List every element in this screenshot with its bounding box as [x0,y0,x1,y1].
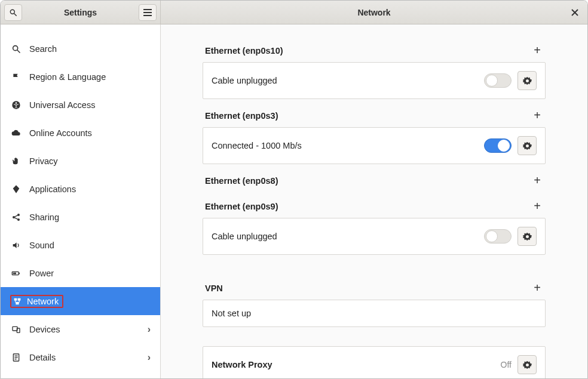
vpn-header: VPN + [203,274,546,300]
cloud-icon [10,128,22,138]
ethernet-enp0s10-header: Ethernet (enp0s10) + [203,36,546,62]
sidebar[interactable]: Notifications Search Region & Language U… [1,24,161,378]
svg-rect-4 [143,15,152,16]
sidebar-item-label: Devices [29,325,60,334]
svg-rect-18 [13,272,16,274]
sidebar-item-devices[interactable]: Devices › [1,315,160,343]
sidebar-item-label: Power [29,269,54,278]
settings-button[interactable] [517,136,537,155]
accessibility-icon [10,100,22,110]
search-icon [10,44,22,54]
connection-toggle[interactable] [484,229,512,244]
page-title: Network [161,8,587,17]
sidebar-item-label: Sound [29,241,54,250]
titlebar-left: Settings [1,1,161,24]
body: Notifications Search Region & Language U… [1,24,587,378]
sidebar-item-search[interactable]: Search [1,35,160,63]
chevron-right-icon: › [148,352,151,363]
sidebar-item-label: Network [27,297,59,306]
vpn-card: Not set up [203,300,546,327]
sidebar-item-label: Notifications [29,24,76,26]
speaker-icon [10,241,22,250]
sidebar-item-privacy[interactable]: Privacy [1,147,160,175]
settings-window: Settings Network Notifications Search [0,0,588,379]
svg-rect-21 [16,302,19,304]
add-connection-button[interactable]: + [531,174,543,187]
add-connection-button[interactable]: + [531,44,543,57]
sidebar-item-online-accounts[interactable]: Online Accounts [1,119,160,147]
add-connection-button[interactable]: + [531,109,543,122]
diamond-icon [10,184,22,194]
chevron-right-icon: › [148,324,151,335]
titlebar: Settings Network [1,1,587,24]
proxy-settings-button[interactable] [517,355,537,374]
flag-icon [10,72,22,82]
hamburger-icon [143,9,152,16]
sidebar-item-label: Details [29,353,56,362]
ethernet-enp0s9-header: Ethernet (enp0s9) + [203,192,546,218]
connection-status: Connected - 1000 Mb/s [212,141,484,150]
section-label: VPN [205,284,531,293]
section-label: Ethernet (enp0s10) [205,46,531,56]
add-vpn-button[interactable]: + [531,281,543,295]
sidebar-item-label: Universal Access [29,100,95,110]
connection-toggle[interactable] [484,138,512,153]
sidebar-item-notifications[interactable]: Notifications [1,24,160,35]
ethernet-enp0s9-card: Cable unplugged [203,218,546,255]
sidebar-item-universal-access[interactable]: Universal Access [1,91,160,119]
gear-icon [523,141,532,150]
proxy-label: Network Proxy [212,360,501,369]
sidebar-item-details[interactable]: Details › [1,343,160,371]
gear-icon [523,232,532,241]
svg-line-1 [14,13,17,16]
hand-icon [10,156,22,166]
proxy-state: Off [501,360,512,369]
sidebar-item-label: Sharing [29,212,59,222]
sidebar-item-applications[interactable]: Applications [1,175,160,203]
details-icon [10,353,22,362]
close-button[interactable] [568,6,581,19]
ethernet-enp0s8-header: Ethernet (enp0s8) + [203,167,546,192]
toggle-knob [498,140,510,152]
titlebar-right: Network [161,1,587,24]
svg-rect-19 [14,298,17,300]
add-connection-button[interactable]: + [531,199,543,213]
svg-rect-17 [19,272,20,274]
section-label: Ethernet (enp0s3) [205,111,531,121]
network-panel: Ethernet (enp0s10) + Cable unplugged Eth… [161,24,587,378]
sidebar-item-network[interactable]: Network [1,287,160,315]
sidebar-item-label: Region & Language [29,72,106,82]
search-button[interactable] [4,4,22,21]
search-icon [9,8,17,17]
settings-button[interactable] [517,227,537,246]
svg-rect-3 [143,12,152,13]
highlight-box: Network [10,295,63,308]
sidebar-item-label: Privacy [29,156,58,166]
sidebar-item-label: Online Accounts [29,128,92,138]
share-icon [10,212,22,222]
network-proxy-card[interactable]: Network Proxy Off [203,346,546,378]
sidebar-item-sound[interactable]: Sound [1,231,160,259]
sidebar-item-region[interactable]: Region & Language [1,63,160,91]
ethernet-enp0s10-card: Cable unplugged [203,62,546,99]
ethernet-enp0s3-header: Ethernet (enp0s3) + [203,101,546,127]
connection-toggle[interactable] [484,73,512,88]
svg-line-8 [17,50,20,53]
svg-rect-20 [18,298,21,300]
settings-button[interactable] [517,71,537,90]
devices-icon [10,325,22,334]
gear-icon [523,360,532,369]
section-label: Ethernet (enp0s9) [205,202,531,211]
svg-line-14 [14,215,17,217]
ethernet-enp0s3-card: Connected - 1000 Mb/s [203,127,546,164]
connection-status: Cable unplugged [212,76,484,85]
connection-status: Cable unplugged [212,232,484,241]
menu-button[interactable] [139,4,157,21]
sidebar-item-label: Applications [29,184,76,194]
sidebar-item-label: Search [29,44,57,54]
sidebar-item-power[interactable]: Power [1,259,160,287]
sidebar-item-sharing[interactable]: Sharing [1,203,160,231]
section-label: Ethernet (enp0s8) [205,176,531,186]
svg-point-10 [16,102,17,104]
close-icon [571,9,578,16]
